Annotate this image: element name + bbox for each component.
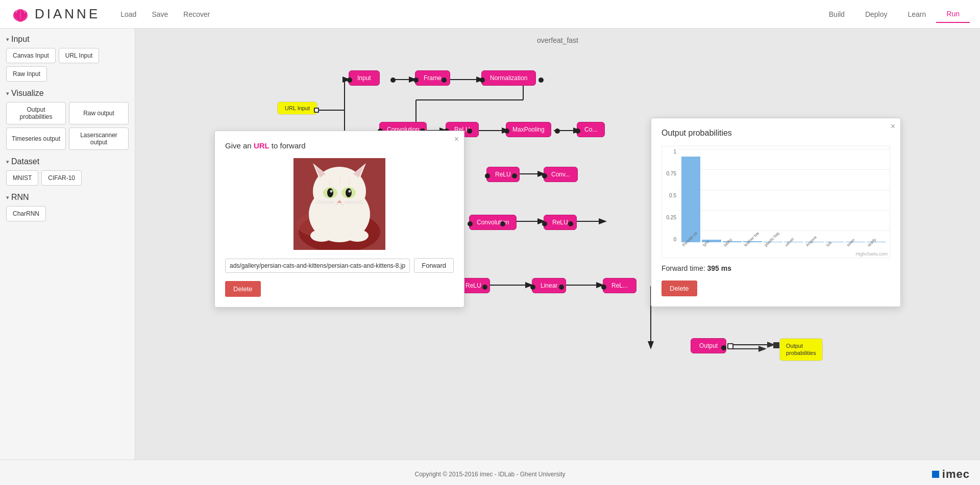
- logo: DIANNE: [10, 4, 100, 24]
- footer: Copyright © 2015-2016 imec - IDLab - Ghe…: [0, 460, 980, 485]
- node-output[interactable]: Output: [691, 338, 726, 353]
- url-dialog-close-button[interactable]: ×: [454, 135, 459, 143]
- cat-image: [293, 158, 385, 250]
- node-conv2[interactable]: Convolution: [469, 215, 517, 230]
- cat-svg: [293, 158, 385, 250]
- url-input-dialog: × Give an URL to forward: [214, 131, 464, 308]
- sidebar-section-input: ▾ Input Canvas Input URL Input Raw Input: [6, 35, 129, 82]
- node-co-partial[interactable]: Co...: [577, 122, 605, 137]
- tab-learn[interactable]: Learn: [898, 6, 937, 23]
- logo-brain-icon: [10, 4, 31, 24]
- svg-point-45: [310, 229, 333, 242]
- main-layout: ▾ Input Canvas Input URL Input Raw Input…: [0, 29, 980, 460]
- svg-point-38: [330, 190, 333, 193]
- imec-logo: imec: [932, 468, 970, 481]
- chevron-down-icon-viz: ▾: [6, 90, 9, 97]
- nav-recover[interactable]: Recover: [183, 10, 210, 18]
- sidebar-buttons-dataset: MNIST CIFAR-10: [6, 170, 129, 186]
- copyright: Copyright © 2015-2016 imec - IDLab - Ghe…: [415, 471, 566, 478]
- output-dialog-delete-button[interactable]: Delete: [662, 280, 697, 296]
- logo-text: DIANNE: [35, 6, 100, 22]
- y-axis: 1 0.75 0.5 0.25 0: [662, 149, 678, 242]
- header: DIANNE Load Save Recover Build Deploy Le…: [0, 0, 980, 29]
- node-input[interactable]: Input: [349, 70, 380, 86]
- highcharts-credit: Highcharts.com: [855, 251, 888, 257]
- tab-deploy[interactable]: Deploy: [855, 6, 898, 23]
- sidebar-title-dataset: ▾ Dataset: [6, 157, 129, 166]
- output-dialog-close-button[interactable]: ×: [891, 122, 895, 131]
- svg-point-39: [349, 190, 351, 193]
- svg-point-36: [327, 188, 333, 197]
- sidebar-btn-canvas-input[interactable]: Canvas Input: [6, 48, 56, 63]
- chart-bar-0: [681, 157, 700, 242]
- sidebar-buttons-rnn: CharRNN: [6, 206, 129, 221]
- sidebar-title-visualize: ▾ Visualize: [6, 89, 129, 98]
- sidebar-title-input: ▾ Input: [6, 35, 129, 44]
- sidebar-btn-mnist[interactable]: MNIST: [6, 170, 38, 186]
- node-normalization[interactable]: Normalization: [481, 70, 536, 86]
- sidebar-btn-raw-output[interactable]: Raw output: [69, 102, 129, 124]
- imec-square-icon: [932, 471, 939, 478]
- canvas-area: overfeat_fast: [135, 29, 980, 460]
- sidebar-btn-cifar10[interactable]: CIFAR-10: [41, 170, 82, 186]
- sidebar-btn-timeseries[interactable]: Timeseries output: [6, 127, 66, 150]
- chart-container: 1 0.75 0.5 0.25 0 Per: [662, 146, 890, 258]
- output-dialog-title: Output probabilities: [662, 129, 890, 138]
- main-nav: Load Save Recover: [120, 10, 819, 18]
- svg-point-37: [346, 188, 352, 197]
- node-output-prob[interactable]: Outputprobabilities: [779, 338, 823, 361]
- sidebar-btn-raw-input[interactable]: Raw Input: [6, 66, 47, 82]
- url-dialog-delete-button[interactable]: Delete: [225, 281, 261, 297]
- forward-button[interactable]: Forward: [414, 258, 454, 273]
- sidebar-title-rnn: ▾ RNN: [6, 193, 129, 202]
- imec-brand-text: imec: [942, 468, 970, 481]
- svg-point-46: [346, 229, 369, 242]
- tab-run[interactable]: Run: [936, 6, 970, 23]
- node-relu5-partial[interactable]: ReL...: [603, 278, 636, 293]
- url-dialog-title: Give an URL to forward: [225, 141, 454, 150]
- sidebar-section-visualize: ▾ Visualize Output probabilities Raw out…: [6, 89, 129, 150]
- sidebar-section-dataset: ▾ Dataset MNIST CIFAR-10: [6, 157, 129, 186]
- forward-time: Forward time: 395 ms: [662, 264, 890, 272]
- chevron-down-icon-rnn: ▾: [6, 194, 9, 201]
- url-input-row: Forward: [225, 258, 454, 273]
- tab-bar: Build Deploy Learn Run: [819, 6, 970, 23]
- sidebar-btn-laserscanner[interactable]: Laserscanner output: [69, 127, 129, 150]
- nav-save[interactable]: Save: [152, 10, 168, 18]
- svg-point-3: [18, 19, 23, 22]
- sidebar-buttons-input: Canvas Input URL Input Raw Input: [6, 48, 129, 82]
- node-url-input[interactable]: URL Input: [277, 101, 317, 115]
- output-prob-dialog: × Output probabilities 1 0.75 0.5 0.25 0: [651, 118, 901, 307]
- sidebar-btn-url-input[interactable]: URL Input: [59, 48, 100, 63]
- nav-load[interactable]: Load: [120, 10, 136, 18]
- url-input-field[interactable]: [225, 259, 410, 273]
- sidebar-btn-output-prob[interactable]: Output probabilities: [6, 102, 66, 124]
- chevron-down-icon-dataset: ▾: [6, 159, 9, 165]
- sidebar-buttons-visualize: Output probabilities Raw output Timeseri…: [6, 102, 129, 150]
- bars-area: [679, 149, 888, 242]
- sidebar: ▾ Input Canvas Input URL Input Raw Input…: [0, 29, 135, 460]
- sidebar-section-rnn: ▾ RNN CharRNN: [6, 193, 129, 221]
- tab-build[interactable]: Build: [819, 6, 855, 23]
- network-name: overfeat_fast: [537, 36, 578, 44]
- chevron-down-icon: ▾: [6, 36, 9, 43]
- node-maxpool[interactable]: MaxPooling: [506, 122, 551, 137]
- node-conv-partial2[interactable]: Conv...: [544, 167, 578, 182]
- sidebar-btn-charrnn[interactable]: CharRNN: [6, 206, 46, 221]
